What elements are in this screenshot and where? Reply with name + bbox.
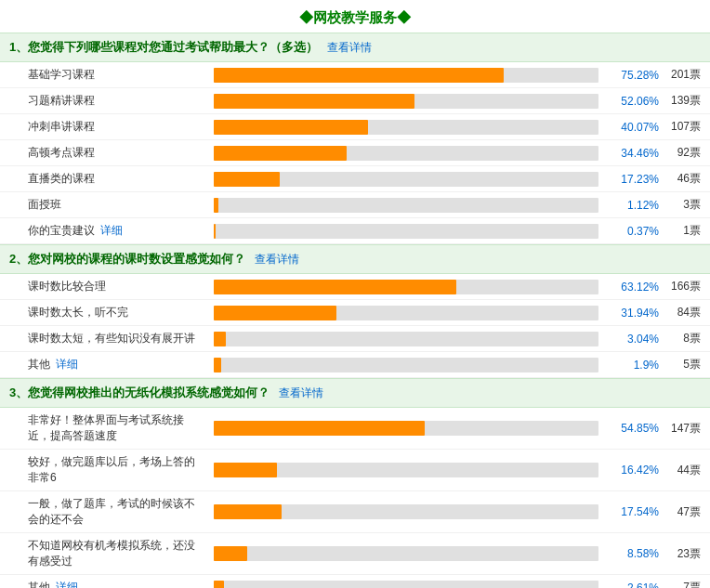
row-label-q1-6: 你的宝贵建议详细 <box>28 223 204 239</box>
bar-container-q1-2 <box>214 120 598 135</box>
row-q1-5: 面授班1.12%3票 <box>0 192 710 218</box>
pct-label-q3-1: 16.42% <box>608 464 659 477</box>
bar-fill-q2-0 <box>214 280 456 294</box>
row-label-q2-1: 课时数太长，听不完 <box>28 305 204 320</box>
vote-label-q3-2: 47票 <box>659 504 701 520</box>
row-label-q3-0: 非常好！整体界面与考试系统接近，提高答题速度 <box>28 412 204 444</box>
bar-container-q3-0 <box>214 421 598 436</box>
row-q3-0: 非常好！整体界面与考试系统接近，提高答题速度54.85%147票 <box>0 408 710 450</box>
row-q1-1: 习题精讲课程52.06%139票 <box>0 88 710 114</box>
section-q3: 3、您觉得网校推出的无纸化模拟系统感觉如何？查看详情非常好！整体界面与考试系统接… <box>0 378 710 588</box>
pct-label-q2-3: 1.9% <box>608 359 659 372</box>
bar-fill-q1-5 <box>214 198 218 213</box>
row-label-q3-2: 一般，做了题库，考试的时候该不会的还不会 <box>28 496 204 528</box>
pct-label-q1-0: 75.28% <box>608 69 659 82</box>
pct-label-q3-0: 54.85% <box>608 422 659 435</box>
bar-container-q2-0 <box>214 280 598 294</box>
pct-label-q2-1: 31.94% <box>608 307 659 320</box>
pct-label-q3-3: 8.58% <box>608 547 659 560</box>
bar-fill-q3-4 <box>214 581 224 589</box>
row-label-q1-2: 冲刺串讲课程 <box>28 119 204 135</box>
row-extra-link-q3-4[interactable]: 详细 <box>56 581 78 588</box>
bar-fill-q1-0 <box>214 68 504 83</box>
vote-label-q2-2: 8票 <box>659 331 701 346</box>
row-label-q1-1: 习题精讲课程 <box>28 93 204 109</box>
vote-label-q3-3: 23票 <box>659 546 701 562</box>
section-header-q1: 1、您觉得下列哪些课程对您通过考试帮助最大？（多选）查看详情 <box>0 33 710 62</box>
bar-container-q3-2 <box>214 504 598 519</box>
vote-label-q1-5: 3票 <box>659 197 701 213</box>
row-q2-2: 课时数太短，有些知识没有展开讲3.04%8票 <box>0 326 710 352</box>
pct-label-q3-2: 17.54% <box>608 505 659 518</box>
row-label-q2-3: 其他详细 <box>28 357 204 372</box>
section-label-q3: 3、您觉得网校推出的无纸化模拟系统感觉如何？ <box>9 385 270 399</box>
bar-fill-q1-4 <box>214 172 280 187</box>
bar-container-q1-5 <box>214 198 598 213</box>
section-label-q2: 2、您对网校的课程的课时数设置感觉如何？ <box>9 252 245 266</box>
row-label-q1-5: 面授班 <box>28 197 204 213</box>
section-q1: 1、您觉得下列哪些课程对您通过考试帮助最大？（多选）查看详情基础学习课程75.2… <box>0 33 710 244</box>
row-q3-1: 较好，做完题库以后，考场上答的非常616.42%44票 <box>0 450 710 491</box>
pct-label-q1-6: 0.37% <box>608 225 659 238</box>
vote-label-q1-4: 46票 <box>659 171 701 187</box>
sections-container: 1、您觉得下列哪些课程对您通过考试帮助最大？（多选）查看详情基础学习课程75.2… <box>0 33 710 588</box>
vote-label-q2-1: 84票 <box>659 305 701 320</box>
vote-label-q2-0: 166票 <box>659 279 701 294</box>
pct-label-q2-0: 63.12% <box>608 281 659 294</box>
row-q2-3: 其他详细1.9%5票 <box>0 352 710 378</box>
page-wrapper: ◆网校教学服务◆ 1、您觉得下列哪些课程对您通过考试帮助最大？（多选）查看详情基… <box>0 0 710 588</box>
pct-label-q3-4: 2.61% <box>608 581 659 589</box>
bar-fill-q3-3 <box>214 546 247 561</box>
section-detail-link-q1[interactable]: 查看详情 <box>327 41 372 54</box>
row-q1-4: 直播类的课程17.23%46票 <box>0 166 710 192</box>
vote-label-q1-0: 201票 <box>659 67 701 83</box>
vote-label-q3-4: 7票 <box>659 580 701 588</box>
bar-container-q3-4 <box>214 581 598 589</box>
row-q3-2: 一般，做了题库，考试的时候该不会的还不会17.54%47票 <box>0 491 710 533</box>
section-detail-link-q2[interactable]: 查看详情 <box>255 253 299 266</box>
bar-fill-q1-3 <box>214 146 347 161</box>
row-label-q2-0: 课时数比较合理 <box>28 279 204 294</box>
row-extra-link-q2-3[interactable]: 详细 <box>56 358 78 371</box>
bar-container-q1-1 <box>214 94 598 109</box>
row-label-q3-1: 较好，做完题库以后，考场上答的非常6 <box>28 454 204 486</box>
row-label-q1-0: 基础学习课程 <box>28 67 204 83</box>
bar-container-q1-4 <box>214 172 598 187</box>
pct-label-q2-2: 3.04% <box>608 333 659 346</box>
bar-container-q2-3 <box>214 358 598 372</box>
vote-label-q1-2: 107票 <box>659 119 701 135</box>
row-label-q1-4: 直播类的课程 <box>28 171 204 187</box>
bar-fill-q1-1 <box>214 94 414 109</box>
section-label-q1: 1、您觉得下列哪些课程对您通过考试帮助最大？（多选） <box>9 40 318 54</box>
row-label-q3-3: 不知道网校有机考模拟系统，还没有感受过 <box>28 538 204 569</box>
bar-fill-q3-0 <box>214 421 425 436</box>
pct-label-q1-5: 1.12% <box>608 199 659 212</box>
section-detail-link-q3[interactable]: 查看详情 <box>279 386 323 399</box>
row-q2-1: 课时数太长，听不完31.94%84票 <box>0 300 710 326</box>
vote-label-q1-3: 92票 <box>659 145 701 161</box>
row-q2-0: 课时数比较合理63.12%166票 <box>0 274 710 300</box>
row-q1-6: 你的宝贵建议详细0.37%1票 <box>0 218 710 244</box>
section-header-q2: 2、您对网校的课程的课时数设置感觉如何？查看详情 <box>0 244 710 274</box>
pct-label-q1-4: 17.23% <box>608 173 659 186</box>
row-q1-2: 冲刺串讲课程40.07%107票 <box>0 114 710 140</box>
pct-label-q1-1: 52.06% <box>608 95 659 108</box>
bar-container-q1-0 <box>214 68 598 83</box>
page-title: ◆网校教学服务◆ <box>0 0 710 33</box>
bar-fill-q2-3 <box>214 358 221 372</box>
vote-label-q3-1: 44票 <box>659 463 701 478</box>
bar-fill-q2-1 <box>214 306 336 320</box>
row-label-q1-3: 高顿考点课程 <box>28 145 204 161</box>
vote-label-q2-3: 5票 <box>659 357 701 372</box>
row-q3-4: 其他详细2.61%7票 <box>0 575 710 588</box>
vote-label-q1-6: 1票 <box>659 223 701 239</box>
bar-container-q3-3 <box>214 546 598 561</box>
bar-fill-q2-2 <box>214 332 226 346</box>
row-extra-link-q1-6[interactable]: 详细 <box>100 224 123 237</box>
vote-label-q3-0: 147票 <box>659 421 701 437</box>
bar-container-q1-3 <box>214 146 598 161</box>
bar-fill-q3-1 <box>214 463 277 477</box>
section-q2: 2、您对网校的课程的课时数设置感觉如何？查看详情课时数比较合理63.12%166… <box>0 244 710 378</box>
vote-label-q1-1: 139票 <box>659 93 701 109</box>
row-label-q2-2: 课时数太短，有些知识没有展开讲 <box>28 331 204 346</box>
